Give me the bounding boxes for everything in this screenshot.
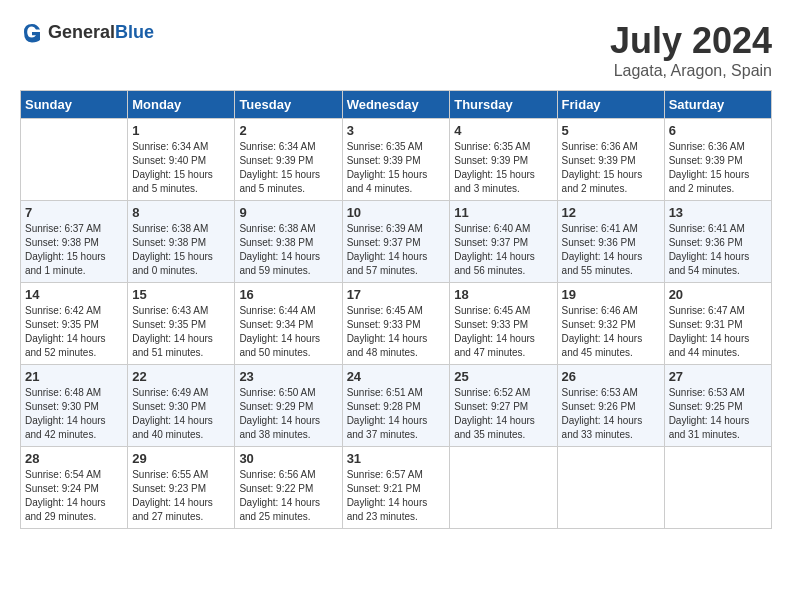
calendar-cell: 28Sunrise: 6:54 AM Sunset: 9:24 PM Dayli… bbox=[21, 447, 128, 529]
page-header: GeneralBlue July 2024 Lagata, Aragon, Sp… bbox=[20, 20, 772, 80]
calendar-cell: 22Sunrise: 6:49 AM Sunset: 9:30 PM Dayli… bbox=[128, 365, 235, 447]
day-number: 1 bbox=[132, 123, 230, 138]
day-number: 11 bbox=[454, 205, 552, 220]
calendar-cell: 17Sunrise: 6:45 AM Sunset: 9:33 PM Dayli… bbox=[342, 283, 450, 365]
day-info: Sunrise: 6:45 AM Sunset: 9:33 PM Dayligh… bbox=[347, 304, 446, 360]
calendar-cell: 6Sunrise: 6:36 AM Sunset: 9:39 PM Daylig… bbox=[664, 119, 771, 201]
calendar-cell: 14Sunrise: 6:42 AM Sunset: 9:35 PM Dayli… bbox=[21, 283, 128, 365]
calendar-cell: 31Sunrise: 6:57 AM Sunset: 9:21 PM Dayli… bbox=[342, 447, 450, 529]
day-number: 10 bbox=[347, 205, 446, 220]
week-row-3: 14Sunrise: 6:42 AM Sunset: 9:35 PM Dayli… bbox=[21, 283, 772, 365]
calendar-cell: 1Sunrise: 6:34 AM Sunset: 9:40 PM Daylig… bbox=[128, 119, 235, 201]
day-info: Sunrise: 6:34 AM Sunset: 9:39 PM Dayligh… bbox=[239, 140, 337, 196]
calendar-cell: 29Sunrise: 6:55 AM Sunset: 9:23 PM Dayli… bbox=[128, 447, 235, 529]
calendar-cell bbox=[450, 447, 557, 529]
day-header-wednesday: Wednesday bbox=[342, 91, 450, 119]
day-number: 3 bbox=[347, 123, 446, 138]
day-number: 21 bbox=[25, 369, 123, 384]
calendar-cell: 23Sunrise: 6:50 AM Sunset: 9:29 PM Dayli… bbox=[235, 365, 342, 447]
calendar-cell bbox=[557, 447, 664, 529]
day-info: Sunrise: 6:48 AM Sunset: 9:30 PM Dayligh… bbox=[25, 386, 123, 442]
logo: GeneralBlue bbox=[20, 20, 154, 44]
day-number: 6 bbox=[669, 123, 767, 138]
day-info: Sunrise: 6:44 AM Sunset: 9:34 PM Dayligh… bbox=[239, 304, 337, 360]
day-info: Sunrise: 6:56 AM Sunset: 9:22 PM Dayligh… bbox=[239, 468, 337, 524]
day-info: Sunrise: 6:49 AM Sunset: 9:30 PM Dayligh… bbox=[132, 386, 230, 442]
day-info: Sunrise: 6:35 AM Sunset: 9:39 PM Dayligh… bbox=[347, 140, 446, 196]
day-info: Sunrise: 6:41 AM Sunset: 9:36 PM Dayligh… bbox=[669, 222, 767, 278]
day-info: Sunrise: 6:41 AM Sunset: 9:36 PM Dayligh… bbox=[562, 222, 660, 278]
location: Lagata, Aragon, Spain bbox=[610, 62, 772, 80]
day-info: Sunrise: 6:53 AM Sunset: 9:26 PM Dayligh… bbox=[562, 386, 660, 442]
logo-text: GeneralBlue bbox=[48, 22, 154, 43]
day-number: 4 bbox=[454, 123, 552, 138]
calendar-cell: 25Sunrise: 6:52 AM Sunset: 9:27 PM Dayli… bbox=[450, 365, 557, 447]
calendar-cell bbox=[21, 119, 128, 201]
calendar-cell: 21Sunrise: 6:48 AM Sunset: 9:30 PM Dayli… bbox=[21, 365, 128, 447]
day-header-saturday: Saturday bbox=[664, 91, 771, 119]
calendar-cell: 18Sunrise: 6:45 AM Sunset: 9:33 PM Dayli… bbox=[450, 283, 557, 365]
calendar-cell: 11Sunrise: 6:40 AM Sunset: 9:37 PM Dayli… bbox=[450, 201, 557, 283]
day-number: 5 bbox=[562, 123, 660, 138]
calendar-cell: 7Sunrise: 6:37 AM Sunset: 9:38 PM Daylig… bbox=[21, 201, 128, 283]
week-row-5: 28Sunrise: 6:54 AM Sunset: 9:24 PM Dayli… bbox=[21, 447, 772, 529]
day-info: Sunrise: 6:34 AM Sunset: 9:40 PM Dayligh… bbox=[132, 140, 230, 196]
day-info: Sunrise: 6:55 AM Sunset: 9:23 PM Dayligh… bbox=[132, 468, 230, 524]
title-block: July 2024 Lagata, Aragon, Spain bbox=[610, 20, 772, 80]
day-number: 2 bbox=[239, 123, 337, 138]
logo-blue: Blue bbox=[115, 22, 154, 42]
day-number: 31 bbox=[347, 451, 446, 466]
day-info: Sunrise: 6:38 AM Sunset: 9:38 PM Dayligh… bbox=[132, 222, 230, 278]
calendar-cell: 16Sunrise: 6:44 AM Sunset: 9:34 PM Dayli… bbox=[235, 283, 342, 365]
calendar-cell: 24Sunrise: 6:51 AM Sunset: 9:28 PM Dayli… bbox=[342, 365, 450, 447]
day-info: Sunrise: 6:43 AM Sunset: 9:35 PM Dayligh… bbox=[132, 304, 230, 360]
day-number: 26 bbox=[562, 369, 660, 384]
day-number: 17 bbox=[347, 287, 446, 302]
day-number: 22 bbox=[132, 369, 230, 384]
day-header-monday: Monday bbox=[128, 91, 235, 119]
day-info: Sunrise: 6:51 AM Sunset: 9:28 PM Dayligh… bbox=[347, 386, 446, 442]
day-info: Sunrise: 6:35 AM Sunset: 9:39 PM Dayligh… bbox=[454, 140, 552, 196]
day-info: Sunrise: 6:54 AM Sunset: 9:24 PM Dayligh… bbox=[25, 468, 123, 524]
day-number: 16 bbox=[239, 287, 337, 302]
days-header-row: SundayMondayTuesdayWednesdayThursdayFrid… bbox=[21, 91, 772, 119]
day-info: Sunrise: 6:36 AM Sunset: 9:39 PM Dayligh… bbox=[562, 140, 660, 196]
calendar-cell: 5Sunrise: 6:36 AM Sunset: 9:39 PM Daylig… bbox=[557, 119, 664, 201]
day-number: 20 bbox=[669, 287, 767, 302]
day-header-thursday: Thursday bbox=[450, 91, 557, 119]
logo-general: General bbox=[48, 22, 115, 42]
day-number: 18 bbox=[454, 287, 552, 302]
week-row-4: 21Sunrise: 6:48 AM Sunset: 9:30 PM Dayli… bbox=[21, 365, 772, 447]
day-number: 12 bbox=[562, 205, 660, 220]
day-info: Sunrise: 6:50 AM Sunset: 9:29 PM Dayligh… bbox=[239, 386, 337, 442]
month-year: July 2024 bbox=[610, 20, 772, 62]
calendar-cell: 13Sunrise: 6:41 AM Sunset: 9:36 PM Dayli… bbox=[664, 201, 771, 283]
calendar-cell: 27Sunrise: 6:53 AM Sunset: 9:25 PM Dayli… bbox=[664, 365, 771, 447]
day-info: Sunrise: 6:38 AM Sunset: 9:38 PM Dayligh… bbox=[239, 222, 337, 278]
day-info: Sunrise: 6:47 AM Sunset: 9:31 PM Dayligh… bbox=[669, 304, 767, 360]
day-number: 19 bbox=[562, 287, 660, 302]
day-info: Sunrise: 6:57 AM Sunset: 9:21 PM Dayligh… bbox=[347, 468, 446, 524]
calendar-table: SundayMondayTuesdayWednesdayThursdayFrid… bbox=[20, 90, 772, 529]
calendar-cell: 2Sunrise: 6:34 AM Sunset: 9:39 PM Daylig… bbox=[235, 119, 342, 201]
day-info: Sunrise: 6:46 AM Sunset: 9:32 PM Dayligh… bbox=[562, 304, 660, 360]
day-info: Sunrise: 6:53 AM Sunset: 9:25 PM Dayligh… bbox=[669, 386, 767, 442]
calendar-cell: 20Sunrise: 6:47 AM Sunset: 9:31 PM Dayli… bbox=[664, 283, 771, 365]
day-number: 23 bbox=[239, 369, 337, 384]
logo-icon bbox=[20, 20, 44, 44]
day-number: 28 bbox=[25, 451, 123, 466]
calendar-cell: 8Sunrise: 6:38 AM Sunset: 9:38 PM Daylig… bbox=[128, 201, 235, 283]
calendar-cell: 10Sunrise: 6:39 AM Sunset: 9:37 PM Dayli… bbox=[342, 201, 450, 283]
day-header-sunday: Sunday bbox=[21, 91, 128, 119]
calendar-cell: 12Sunrise: 6:41 AM Sunset: 9:36 PM Dayli… bbox=[557, 201, 664, 283]
day-number: 14 bbox=[25, 287, 123, 302]
calendar-cell: 9Sunrise: 6:38 AM Sunset: 9:38 PM Daylig… bbox=[235, 201, 342, 283]
calendar-cell: 15Sunrise: 6:43 AM Sunset: 9:35 PM Dayli… bbox=[128, 283, 235, 365]
day-info: Sunrise: 6:36 AM Sunset: 9:39 PM Dayligh… bbox=[669, 140, 767, 196]
day-number: 29 bbox=[132, 451, 230, 466]
week-row-1: 1Sunrise: 6:34 AM Sunset: 9:40 PM Daylig… bbox=[21, 119, 772, 201]
calendar-cell: 19Sunrise: 6:46 AM Sunset: 9:32 PM Dayli… bbox=[557, 283, 664, 365]
day-info: Sunrise: 6:45 AM Sunset: 9:33 PM Dayligh… bbox=[454, 304, 552, 360]
day-info: Sunrise: 6:42 AM Sunset: 9:35 PM Dayligh… bbox=[25, 304, 123, 360]
day-info: Sunrise: 6:39 AM Sunset: 9:37 PM Dayligh… bbox=[347, 222, 446, 278]
